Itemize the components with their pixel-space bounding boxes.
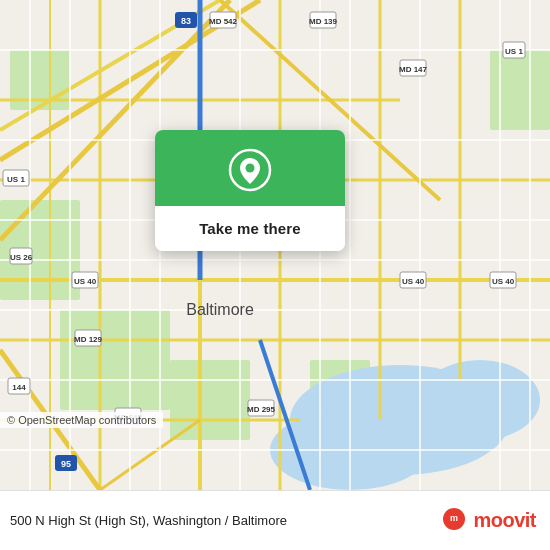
svg-text:US 26: US 26	[10, 253, 33, 262]
svg-point-8	[420, 360, 540, 440]
svg-text:95: 95	[61, 459, 71, 469]
moovit-logo: m moovit	[439, 506, 536, 536]
svg-text:MD 147: MD 147	[399, 65, 428, 74]
svg-text:US 1: US 1	[505, 47, 523, 56]
location-popup: Take me there	[155, 130, 345, 251]
map-container[interactable]: 83 83 US 1 US 26 US 40 US 40 US 40 MD 54…	[0, 0, 550, 490]
moovit-logo-icon: m	[439, 506, 469, 536]
address-label: 500 N High St (High St), Washington / Ba…	[10, 513, 287, 528]
svg-text:US 40: US 40	[74, 277, 97, 286]
bottom-bar: 500 N High St (High St), Washington / Ba…	[0, 490, 550, 550]
svg-text:US 40: US 40	[402, 277, 425, 286]
svg-text:US 40: US 40	[492, 277, 515, 286]
svg-point-80	[246, 164, 255, 173]
svg-text:US 1: US 1	[7, 175, 25, 184]
svg-text:MD 295: MD 295	[247, 405, 276, 414]
svg-text:MD 129: MD 129	[74, 335, 103, 344]
svg-text:83: 83	[181, 16, 191, 26]
svg-text:144: 144	[12, 383, 26, 392]
svg-rect-5	[490, 50, 550, 130]
take-me-there-button[interactable]: Take me there	[155, 206, 345, 251]
location-pin-icon	[228, 148, 272, 192]
popup-header	[155, 130, 345, 206]
svg-text:MD 542: MD 542	[209, 17, 238, 26]
svg-rect-3	[170, 360, 250, 440]
svg-rect-2	[60, 310, 170, 410]
svg-text:MD 139: MD 139	[309, 17, 338, 26]
svg-text:m: m	[450, 513, 458, 523]
map-attribution: © OpenStreetMap contributors	[0, 412, 163, 428]
moovit-label: moovit	[473, 509, 536, 532]
svg-text:Baltimore: Baltimore	[186, 301, 254, 318]
